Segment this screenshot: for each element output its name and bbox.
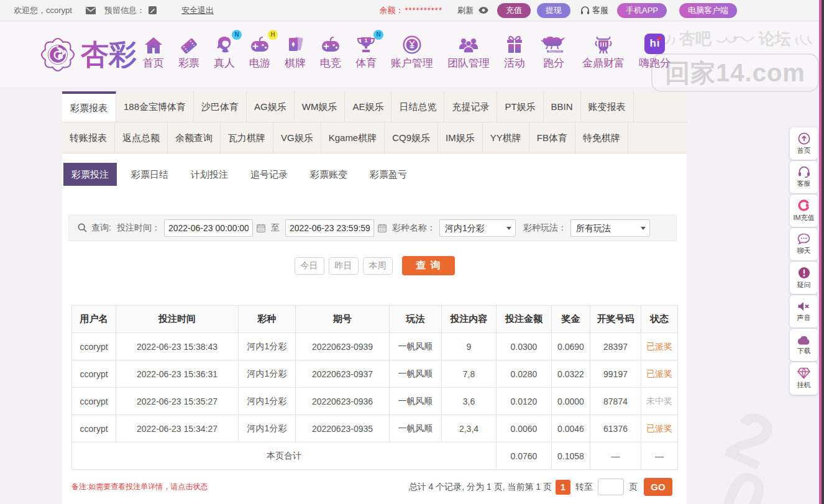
summary-status-dash: — xyxy=(641,442,678,470)
float-item-download[interactable]: 下载 xyxy=(790,329,818,361)
lottery-subtab[interactable]: 追号记录 xyxy=(242,163,296,186)
time-from-input[interactable] xyxy=(164,219,253,237)
logout-link[interactable]: 安全退出 xyxy=(181,5,214,16)
report-tab[interactable]: PT娱乐 xyxy=(497,91,543,122)
nav-item-wealth[interactable]: 金鼎财富 xyxy=(582,34,625,70)
customer-service-link[interactable]: 客服 xyxy=(580,5,608,16)
table-row: ccorypt 2022-06-23 15:36:31 河内1分彩 202206… xyxy=(72,360,678,388)
report-tab[interactable]: 188金宝博体育 xyxy=(116,91,194,122)
lottery-subtab[interactable]: 彩票日结 xyxy=(123,163,176,186)
pc-client-button[interactable]: 电脑客户端 xyxy=(679,3,737,18)
site-header: 杏吧 论坛 回家14.com 杏彩 首页 彩票 xyxy=(0,22,824,87)
time-to-input[interactable] xyxy=(285,219,374,237)
report-tab[interactable]: 返点总额 xyxy=(115,122,168,153)
calendar-icon[interactable] xyxy=(378,224,387,232)
chat-bubble-icon xyxy=(797,233,810,245)
current-page-badge[interactable]: 1 xyxy=(556,480,570,495)
cell-status[interactable]: 已派奖 xyxy=(641,333,678,360)
cell-amount: 0.0300 xyxy=(497,333,552,360)
report-tab[interactable]: 彩票报表 xyxy=(62,91,116,122)
calendar-icon[interactable] xyxy=(257,224,265,232)
arrow-up-circle-icon xyxy=(798,132,810,145)
headset-icon xyxy=(798,166,810,178)
cell-status[interactable]: 已派奖 xyxy=(641,360,678,388)
eye-icon[interactable] xyxy=(478,7,488,14)
summary-amount-total: 0.0760 xyxy=(497,442,552,470)
lottery-subtabs: 彩票投注 彩票日结 计划投注 追号记录 彩票账变 彩票盈亏 xyxy=(63,163,687,186)
float-item-home[interactable]: 首页 xyxy=(790,127,818,160)
float-item-chat[interactable]: 聊天 xyxy=(790,228,818,260)
search-button[interactable]: 查询 xyxy=(402,256,455,275)
refresh-link[interactable]: 刷新 xyxy=(457,5,474,16)
edit-icon[interactable] xyxy=(149,6,157,14)
nav-item-paofen[interactable]: 犀牛出行支付 跑分 xyxy=(539,34,568,70)
cell-content: 2,3,4 xyxy=(442,415,497,442)
report-tab[interactable]: BBIN xyxy=(544,91,581,122)
nav-item-egames[interactable]: H 电游 xyxy=(249,34,270,70)
cell-lottery: 河内1分彩 xyxy=(239,333,296,360)
report-tab[interactable]: 账变报表 xyxy=(581,91,634,122)
report-tab[interactable]: VG娱乐 xyxy=(273,122,321,153)
this-week-button[interactable]: 本周 xyxy=(363,257,393,275)
nav-item-lottery[interactable]: 彩票 xyxy=(178,34,199,70)
nav-item-account[interactable]: 账户管理 xyxy=(391,34,433,70)
lottery-subtab[interactable]: 彩票投注 xyxy=(63,163,117,186)
report-tab[interactable]: IM娱乐 xyxy=(438,122,483,153)
balance-masked-value: ********** xyxy=(405,6,442,15)
nav-item-team[interactable]: 团队管理 xyxy=(447,34,490,70)
report-tab[interactable]: 沙巴体育 xyxy=(194,91,247,122)
note-text: 备注:如需要查看投注单详情，请点击状态 xyxy=(71,482,208,492)
nav-item-boardgames[interactable]: 棋牌 xyxy=(285,34,306,70)
nav-item-live[interactable]: N 真人 xyxy=(214,34,235,70)
report-tab[interactable]: CQ9娱乐 xyxy=(385,122,438,153)
report-tab[interactable]: AE娱乐 xyxy=(345,91,391,122)
lottery-select[interactable]: 河内1分彩 xyxy=(439,219,516,237)
float-item-service[interactable]: 客服 xyxy=(790,161,818,193)
report-tab[interactable]: 充提记录 xyxy=(444,91,497,122)
goto-page-input[interactable] xyxy=(598,479,624,495)
cell-draw-number: 87874 xyxy=(590,388,641,415)
withdraw-button[interactable]: 提现 xyxy=(537,3,570,18)
today-button[interactable]: 今日 xyxy=(295,257,324,275)
float-item-im-recharge[interactable]: IM充值 xyxy=(790,195,818,227)
recharge-button[interactable]: 充值 xyxy=(497,3,531,18)
cell-status[interactable]: 已派奖 xyxy=(641,415,678,442)
yesterday-button[interactable]: 昨日 xyxy=(329,257,359,275)
table-header-cell: 投注金额 xyxy=(497,306,552,333)
cell-issue: 20220623-0936 xyxy=(296,388,390,415)
to-label: 至 xyxy=(271,222,280,234)
cell-amount: 0.0280 xyxy=(497,360,552,388)
brand-name[interactable]: 杏彩 xyxy=(81,40,137,68)
cell-bet-time: 2022-06-23 15:38:43 xyxy=(116,333,239,360)
report-tab[interactable]: 特免棋牌 xyxy=(575,122,628,153)
nav-item-esports[interactable]: 电竞 xyxy=(320,34,341,70)
report-tab[interactable]: WM娱乐 xyxy=(295,91,346,122)
mobile-app-button[interactable]: 手机APP xyxy=(617,3,667,18)
play-type-select[interactable]: 所有玩法 xyxy=(570,219,650,237)
report-tab[interactable]: AG娱乐 xyxy=(247,91,295,122)
brand-logo[interactable] xyxy=(40,37,76,73)
table-header-cell: 投注内容 xyxy=(442,306,497,333)
float-item-sound[interactable]: 声音 xyxy=(790,295,818,328)
report-tab[interactable]: 转账报表 xyxy=(62,122,115,153)
envelope-icon[interactable] xyxy=(86,7,96,14)
cell-status[interactable]: 未中奖 xyxy=(641,388,678,415)
nav-item-home[interactable]: 首页 xyxy=(143,34,164,70)
float-item-question[interactable]: 疑问 xyxy=(790,262,818,294)
cell-username: ccorypt xyxy=(72,333,116,360)
nav-item-activity[interactable]: 活动 xyxy=(504,34,525,70)
ding-icon xyxy=(594,35,613,54)
report-tab[interactable]: 瓦力棋牌 xyxy=(221,122,273,153)
report-tab[interactable]: 余额查询 xyxy=(168,122,221,153)
lottery-subtab[interactable]: 彩票账变 xyxy=(302,163,355,186)
report-tab[interactable]: FB体育 xyxy=(529,122,575,153)
lottery-subtab[interactable]: 彩票盈亏 xyxy=(362,163,415,186)
report-tab[interactable]: YY棋牌 xyxy=(483,122,529,153)
go-button[interactable]: GO xyxy=(644,478,672,496)
report-tab[interactable]: 日结总览 xyxy=(391,91,444,122)
nav-item-sports[interactable]: 1 N 体育 xyxy=(355,34,377,70)
float-item-afk[interactable]: 挂机 xyxy=(790,362,818,395)
nav-item-hipaofen[interactable]: hi 嗨跑分 xyxy=(639,34,671,70)
lottery-subtab[interactable]: 计划投注 xyxy=(183,163,236,186)
report-tab[interactable]: Kgame棋牌 xyxy=(321,122,385,153)
